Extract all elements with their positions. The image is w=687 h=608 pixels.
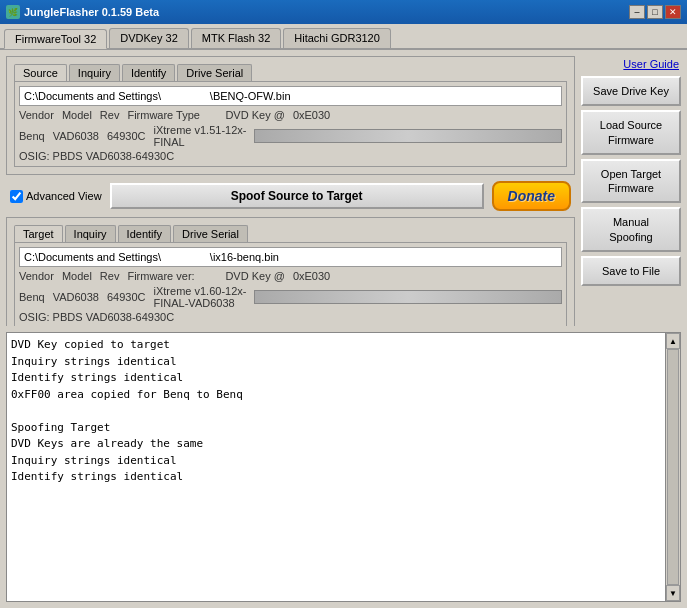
scroll-thumb[interactable]: [667, 349, 679, 585]
source-group: Source Inquiry Identify Drive Serial Ven…: [6, 56, 575, 175]
right-panel: User Guide Save Drive Key Load SourceFir…: [581, 56, 681, 326]
log-area[interactable]: DVD Key copied to target Inquiry strings…: [6, 332, 665, 602]
target-info-values: Benq VAD6038 64930C iXtreme v1.60-12x-FI…: [19, 285, 562, 309]
source-dvdkeyhex-header: 0xE030: [293, 109, 330, 121]
target-tab-bar: Target Inquiry Identify Drive Serial: [11, 222, 570, 242]
scroll-down-arrow[interactable]: ▼: [666, 585, 680, 601]
advanced-view-checkbox[interactable]: [10, 190, 23, 203]
source-vendor-value: Benq: [19, 130, 45, 142]
source-info-header: Vendor Model Rev Firmware Type DVD Key @…: [19, 109, 562, 121]
source-dvdkeyat-header: DVD Key @: [225, 109, 284, 121]
source-model-header: Model: [62, 109, 92, 121]
target-content: Vendor Model Rev Firmware ver: DVD Key @…: [14, 242, 567, 326]
source-model-value: VAD6038: [53, 130, 99, 142]
main-tab-bar: FirmwareTool 32 DVDKey 32 MTK Flash 32 H…: [0, 24, 687, 50]
app-title: JungleFlasher 0.1.59 Beta: [24, 6, 159, 18]
target-tab-target[interactable]: Target: [14, 225, 63, 242]
source-path-input[interactable]: [19, 86, 562, 106]
user-guide-link[interactable]: User Guide: [581, 56, 681, 72]
target-dvdkey-value: [254, 290, 562, 304]
target-osig-row: OSIG: PBDS VAD6038-64930C: [19, 311, 562, 323]
target-vendor-header: Vendor: [19, 270, 54, 282]
target-model-value: VAD6038: [53, 291, 99, 303]
source-rev-value: 64930C: [107, 130, 146, 142]
source-tab-driveserial[interactable]: Drive Serial: [177, 64, 252, 81]
save-drive-key-button[interactable]: Save Drive Key: [581, 76, 681, 106]
log-scrollbar[interactable]: ▲ ▼: [665, 332, 681, 602]
source-rev-header: Rev: [100, 109, 120, 121]
donate-button[interactable]: Donate: [492, 181, 571, 211]
target-vendor-value: Benq: [19, 291, 45, 303]
maximize-button[interactable]: □: [647, 5, 663, 19]
source-tab-inquiry[interactable]: Inquiry: [69, 64, 120, 81]
advanced-view-label: Advanced View: [26, 190, 102, 202]
close-button[interactable]: ✕: [665, 5, 681, 19]
source-tab-identify[interactable]: Identify: [122, 64, 175, 81]
content-area: Source Inquiry Identify Drive Serial Ven…: [0, 50, 687, 332]
spoof-button[interactable]: Spoof Source to Target: [110, 183, 484, 209]
target-path-input[interactable]: [19, 247, 562, 267]
log-wrapper: DVD Key copied to target Inquiry strings…: [6, 332, 681, 602]
window-body: FirmwareTool 32 DVDKey 32 MTK Flash 32 H…: [0, 24, 687, 608]
target-firmwarever-value: iXtreme v1.60-12x-FINAL-VAD6038: [154, 285, 247, 309]
target-dvdkeyat-header: DVD Key @: [225, 270, 284, 282]
window-controls: – □ ✕: [629, 5, 681, 19]
target-rev-header: Rev: [100, 270, 120, 282]
tab-hitachi[interactable]: Hitachi GDR3120: [283, 28, 391, 48]
source-tab-source[interactable]: Source: [14, 64, 67, 81]
source-firmwaretype-header: Firmware Type: [127, 109, 217, 121]
tab-firmwaretool[interactable]: FirmwareTool 32: [4, 29, 107, 49]
scroll-up-arrow[interactable]: ▲: [666, 333, 680, 349]
save-to-file-button[interactable]: Save to File: [581, 256, 681, 286]
advanced-view-checkbox-label[interactable]: Advanced View: [10, 190, 102, 203]
target-firmwarever-header: Firmware ver:: [127, 270, 217, 282]
open-target-firmware-button[interactable]: Open TargetFirmware: [581, 159, 681, 204]
target-tab-inquiry[interactable]: Inquiry: [65, 225, 116, 242]
middle-row: Advanced View Spoof Source to Target Don…: [6, 179, 575, 213]
target-tab-identify[interactable]: Identify: [118, 225, 171, 242]
source-vendor-header: Vendor: [19, 109, 54, 121]
tab-dvdkey[interactable]: DVDKey 32: [109, 28, 188, 48]
load-source-firmware-button[interactable]: Load SourceFirmware: [581, 110, 681, 155]
source-osig-row: OSIG: PBDS VAD6038-64930C: [19, 150, 562, 162]
target-rev-value: 64930C: [107, 291, 146, 303]
minimize-button[interactable]: –: [629, 5, 645, 19]
title-bar: 🌿 JungleFlasher 0.1.59 Beta – □ ✕: [0, 0, 687, 24]
source-content: Vendor Model Rev Firmware Type DVD Key @…: [14, 81, 567, 167]
target-tab-driveserial[interactable]: Drive Serial: [173, 225, 248, 242]
tab-mtkflash[interactable]: MTK Flash 32: [191, 28, 281, 48]
target-model-header: Model: [62, 270, 92, 282]
source-firmwaretype-value: iXtreme v1.51-12x-FINAL: [154, 124, 247, 148]
app-icon: 🌿: [6, 5, 20, 19]
target-group: Target Inquiry Identify Drive Serial Ven…: [6, 217, 575, 326]
source-dvdkey-value: [254, 129, 562, 143]
left-panel: Source Inquiry Identify Drive Serial Ven…: [6, 56, 575, 326]
target-dvdkeyhex-header: 0xE030: [293, 270, 330, 282]
source-info-values: Benq VAD6038 64930C iXtreme v1.51-12x-FI…: [19, 124, 562, 148]
manual-spoofing-button[interactable]: ManualSpoofing: [581, 207, 681, 252]
target-info-header: Vendor Model Rev Firmware ver: DVD Key @…: [19, 270, 562, 282]
source-osig-value: OSIG: PBDS VAD6038-64930C: [19, 150, 174, 162]
target-osig-value: OSIG: PBDS VAD6038-64930C: [19, 311, 174, 323]
source-tab-bar: Source Inquiry Identify Drive Serial: [11, 61, 570, 81]
